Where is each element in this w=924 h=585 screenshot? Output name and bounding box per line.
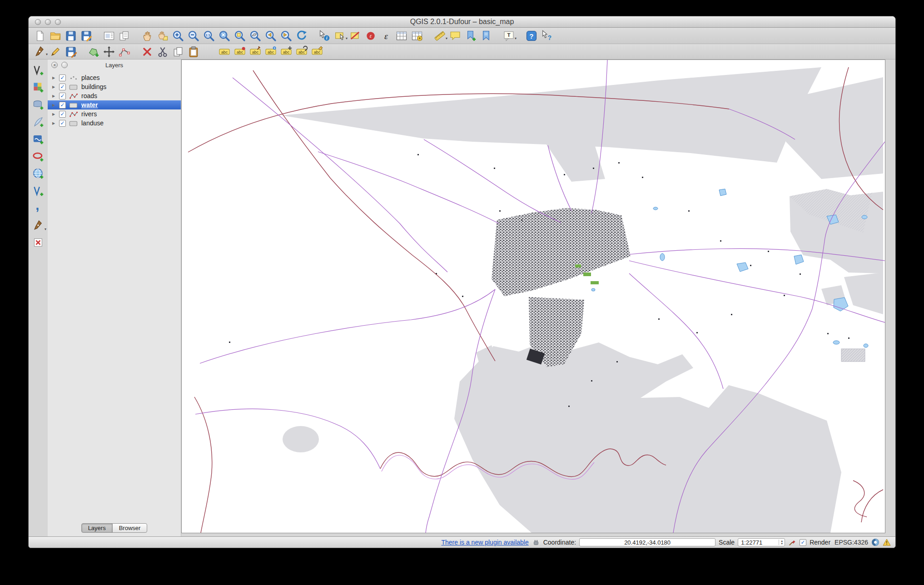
text-annotation-icon[interactable]: T — [501, 29, 517, 43]
add-raster-layer-icon[interactable] — [31, 80, 45, 94]
paintbrush-icon[interactable] — [788, 538, 796, 546]
label-properties-icon[interactable] — [309, 45, 325, 59]
toggle-editing-icon[interactable] — [48, 45, 63, 59]
new-bookmark-icon[interactable] — [463, 29, 478, 43]
new-project-icon[interactable] — [32, 29, 48, 43]
measure-icon[interactable] — [432, 29, 447, 43]
layer-label: roads — [81, 92, 97, 99]
open-project-icon[interactable] — [48, 29, 63, 43]
save-project-icon[interactable] — [63, 29, 79, 43]
scale-spinner[interactable]: ▲▼ — [779, 540, 785, 545]
scale-combobox[interactable]: 1:22771 ▲▼ — [738, 538, 785, 546]
node-tool-icon[interactable] — [117, 45, 132, 59]
dropdown-arrow-icon[interactable]: ▾ — [45, 227, 46, 231]
select-by-expression-icon[interactable]: ε — [363, 29, 378, 43]
plugin-icon[interactable] — [532, 538, 540, 546]
expand-arrow-icon[interactable]: ▶ — [51, 76, 56, 80]
pan-map-icon[interactable] — [139, 29, 155, 43]
new-print-composer-icon[interactable] — [101, 29, 117, 43]
tab-browser[interactable]: Browser — [112, 523, 148, 533]
svg-text:1:1: 1:1 — [206, 33, 210, 36]
zoom-to-selection-icon[interactable] — [232, 29, 248, 43]
add-vector-layer-icon[interactable] — [31, 63, 45, 77]
layer-row-landuse[interactable]: ▶ ✓ landuse — [48, 119, 181, 128]
paste-features-icon[interactable] — [186, 45, 201, 59]
pan-to-selection-icon[interactable] — [155, 29, 170, 43]
composer-manager-icon[interactable] — [117, 29, 132, 43]
add-postgis-layer-icon[interactable] — [31, 98, 45, 111]
expand-arrow-icon[interactable]: ▶ — [51, 94, 56, 98]
delete-selected-icon[interactable] — [139, 45, 155, 59]
zoom-last-icon[interactable] — [263, 29, 278, 43]
layer-row-places[interactable]: ▶ ✓ places — [48, 73, 181, 82]
select-features-icon[interactable] — [332, 29, 348, 43]
map-tips-icon[interactable] — [447, 29, 463, 43]
svg-text:T: T — [507, 32, 510, 38]
line-symbol-icon — [69, 111, 78, 117]
identify-features-icon[interactable]: i — [317, 29, 332, 43]
epsilon-expression-icon[interactable]: ε — [378, 29, 394, 43]
expand-arrow-icon[interactable]: ▶ — [51, 103, 56, 107]
new-plugin-link[interactable]: There is a new plugin available — [441, 539, 528, 546]
refresh-map-icon[interactable] — [294, 29, 309, 43]
zoom-next-icon[interactable] — [278, 29, 294, 43]
whats-this-icon[interactable]: ? — [539, 29, 555, 43]
svg-text:,: , — [35, 202, 39, 213]
label-rotate-icon[interactable] — [294, 45, 309, 59]
titlebar[interactable]: QGIS 2.0.1-Dufour – basic_map — [29, 16, 895, 28]
layer-row-roads[interactable]: ▶ ✓ roads — [48, 91, 181, 100]
label-highlight-pinned-icon[interactable] — [232, 45, 248, 59]
current-edits-icon[interactable] — [32, 45, 48, 59]
layer-visibility-checkbox[interactable]: ✓ — [59, 111, 66, 118]
add-feature-icon[interactable] — [86, 45, 101, 59]
copy-features-icon[interactable] — [170, 45, 186, 59]
log-messages-button[interactable]: ! — [883, 538, 891, 546]
attribute-table-icon[interactable] — [394, 29, 409, 43]
add-wms-layer-icon[interactable] — [31, 167, 45, 180]
main-toolbar: 1:1 i ▾ ε ε ▾ T ▾ ? ? — [29, 28, 895, 44]
add-delimited-text-layer-icon[interactable]: , — [31, 201, 45, 215]
show-bookmarks-icon[interactable] — [478, 29, 494, 43]
label-move-icon[interactable] — [278, 45, 294, 59]
zoom-native-icon[interactable]: 1:1 — [201, 29, 217, 43]
labeling-options-icon[interactable] — [217, 45, 232, 59]
qgis-window: QGIS 2.0.1-Dufour – basic_map 1:1 i ▾ ε … — [28, 16, 896, 548]
field-calculator-icon[interactable] — [409, 29, 425, 43]
point-symbol-icon — [69, 75, 78, 81]
add-oracle-layer-icon[interactable] — [31, 149, 45, 163]
layer-visibility-checkbox[interactable]: ✓ — [59, 84, 66, 90]
zoom-to-layer-icon[interactable] — [248, 29, 263, 43]
expand-arrow-icon[interactable]: ▶ — [51, 112, 56, 116]
cut-features-icon[interactable] — [155, 45, 170, 59]
layer-visibility-checkbox[interactable]: ✓ — [59, 74, 66, 81]
add-wfs-layer-icon[interactable] — [31, 184, 45, 198]
layer-visibility-checkbox[interactable]: ✓ — [59, 120, 66, 127]
crs-status-button[interactable] — [871, 538, 879, 546]
help-icon[interactable]: ? — [524, 29, 539, 43]
save-project-as-icon[interactable] — [79, 29, 94, 43]
layer-visibility-checkbox[interactable]: ✓ — [59, 102, 66, 109]
add-mssql-layer-icon[interactable] — [31, 132, 45, 146]
expand-arrow-icon[interactable]: ▶ — [51, 121, 56, 125]
zoom-in-icon[interactable] — [170, 29, 186, 43]
deselect-features-icon[interactable] — [348, 29, 363, 43]
expand-arrow-icon[interactable]: ▶ — [51, 85, 56, 89]
layer-visibility-checkbox[interactable]: ✓ — [59, 93, 66, 99]
zoom-out-icon[interactable] — [186, 29, 201, 43]
save-layer-edits-icon[interactable] — [63, 45, 79, 59]
map-canvas[interactable] — [181, 59, 885, 533]
move-feature-icon[interactable] — [101, 45, 117, 59]
new-shapefile-layer-icon[interactable]: ▾ — [31, 218, 45, 232]
layer-row-buildings[interactable]: ▶ ✓ buildings — [48, 82, 181, 91]
add-spatialite-layer-icon[interactable] — [31, 115, 45, 129]
zoom-full-icon[interactable] — [217, 29, 232, 43]
label-show-hide-icon[interactable] — [263, 45, 278, 59]
remove-layer-icon[interactable] — [31, 236, 45, 249]
tab-layers[interactable]: Layers — [81, 523, 113, 533]
layer-row-rivers[interactable]: ▶ ✓ rivers — [48, 109, 181, 119]
layer-row-water[interactable]: ▶ ✓ water — [48, 100, 181, 109]
render-checkbox[interactable]: ✓ — [800, 539, 806, 546]
status-bar: There is a new plugin available Coordina… — [29, 536, 895, 548]
label-pin-icon[interactable] — [248, 45, 263, 59]
coordinate-input[interactable] — [579, 538, 715, 546]
